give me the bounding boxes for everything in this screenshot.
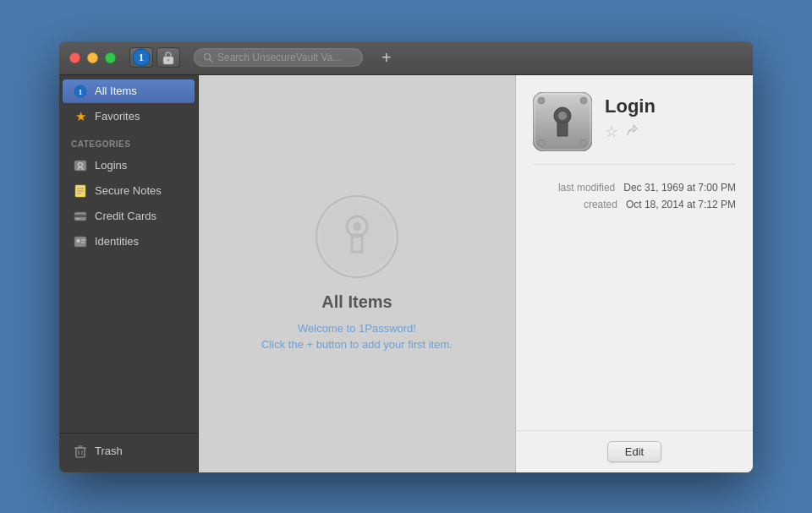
svg-rect-16 — [76, 218, 80, 220]
sidebar-item-identities[interactable]: Identities — [63, 230, 195, 254]
created-value: Oct 18, 2014 at 7:12 PM — [626, 199, 736, 210]
search-input[interactable] — [217, 52, 344, 63]
lock-icon — [161, 50, 176, 65]
maximize-button[interactable] — [105, 52, 116, 63]
detail-title: Login — [605, 96, 736, 117]
svg-point-18 — [77, 239, 80, 243]
app-window: 1 + — [59, 41, 753, 472]
meta-created: created Oct 18, 2014 at 7:12 PM — [533, 199, 736, 210]
1password-icon-button[interactable]: 1 — [129, 47, 153, 68]
sidebar-item-logins[interactable]: Logins — [63, 154, 195, 177]
svg-point-4 — [205, 54, 211, 60]
trash-icon — [73, 444, 88, 459]
svg-rect-15 — [74, 215, 86, 217]
identities-label: Identities — [95, 235, 139, 248]
share-icon[interactable] — [625, 123, 639, 140]
lock-button[interactable] — [156, 47, 180, 68]
last-modified-label: last modified — [558, 182, 615, 194]
detail-actions: ☆ — [605, 123, 736, 141]
sidebar-item-credit-cards[interactable]: Credit Cards — [63, 205, 195, 228]
detail-pane: Login ☆ last modified Dec 31, 19 — [516, 75, 753, 472]
detail-title-area: Login ☆ — [605, 92, 736, 141]
note-icon — [73, 183, 88, 199]
created-label: created — [584, 199, 617, 210]
svg-rect-17 — [74, 237, 86, 247]
categories-label: CATEGORIES — [59, 129, 198, 153]
card-icon — [73, 209, 88, 224]
login-icon — [73, 158, 88, 173]
sidebar-bottom: Trash — [59, 433, 198, 472]
add-button[interactable]: + — [376, 47, 397, 68]
svg-point-28 — [353, 222, 361, 231]
svg-point-31 — [538, 97, 545, 104]
svg-rect-21 — [76, 448, 85, 457]
logins-label: Logins — [95, 159, 127, 172]
svg-rect-8 — [74, 161, 86, 171]
search-icon — [203, 52, 213, 63]
close-button[interactable] — [69, 52, 80, 63]
detail-meta: last modified Dec 31, 1969 at 7:00 PM cr… — [516, 165, 753, 232]
svg-text:1: 1 — [139, 51, 145, 63]
meta-last-modified: last modified Dec 31, 1969 at 7:00 PM — [533, 182, 736, 194]
grid-icon: 1 — [73, 84, 88, 99]
credit-cards-label: Credit Cards — [95, 210, 156, 222]
onepassword-logo-icon: 1 — [132, 48, 151, 67]
edit-button[interactable]: Edit — [607, 441, 661, 462]
svg-point-32 — [580, 97, 587, 104]
svg-point-33 — [538, 139, 545, 146]
last-modified-value: Dec 31, 1969 at 7:00 PM — [623, 182, 736, 194]
favorites-label: Favorites — [95, 110, 140, 123]
id-icon — [73, 234, 88, 249]
titlebar-icons: 1 — [129, 47, 180, 68]
svg-point-34 — [580, 139, 587, 146]
detail-footer: Edit — [516, 430, 753, 472]
star-icon: ★ — [73, 109, 88, 124]
trash-label: Trash — [95, 445, 123, 457]
secure-notes-label: Secure Notes — [95, 184, 162, 197]
favorite-star-icon[interactable]: ☆ — [605, 123, 618, 141]
middle-pane-title: All Items — [321, 292, 392, 312]
svg-text:1: 1 — [79, 87, 83, 96]
minimize-button[interactable] — [87, 52, 98, 63]
sidebar-item-all-items[interactable]: 1 All Items — [63, 79, 195, 103]
svg-point-36 — [558, 112, 567, 120]
all-items-label: All Items — [95, 85, 137, 97]
middle-pane: All Items Welcome to 1Password! Click th… — [199, 75, 516, 472]
sidebar: 1 All Items ★ Favorites CATEGORIES — [59, 75, 199, 472]
sidebar-item-secure-notes[interactable]: Secure Notes — [63, 179, 195, 203]
svg-point-3 — [167, 59, 170, 62]
sidebar-item-trash[interactable]: Trash — [63, 439, 195, 463]
titlebar: 1 + — [59, 41, 753, 75]
detail-header: Login ☆ — [516, 75, 753, 164]
middle-pane-desc: Welcome to 1Password! Click the + button… — [261, 320, 453, 353]
sidebar-item-favorites[interactable]: ★ Favorites — [63, 105, 195, 128]
main-content: 1 All Items ★ Favorites CATEGORIES — [59, 75, 753, 472]
svg-line-5 — [210, 59, 212, 62]
detail-item-icon — [533, 92, 592, 151]
all-items-large-icon — [315, 194, 399, 279]
search-bar[interactable] — [194, 48, 363, 67]
